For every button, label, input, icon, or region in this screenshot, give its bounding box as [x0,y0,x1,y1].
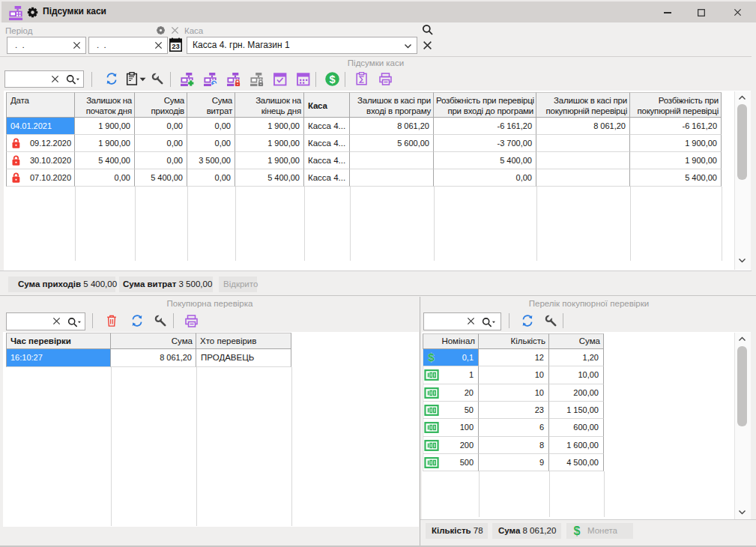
svg-text:$: $ [428,351,435,363]
svg-text:$: $ [574,525,581,537]
svg-text:23: 23 [172,42,180,50]
svg-text:$: $ [329,73,335,85]
